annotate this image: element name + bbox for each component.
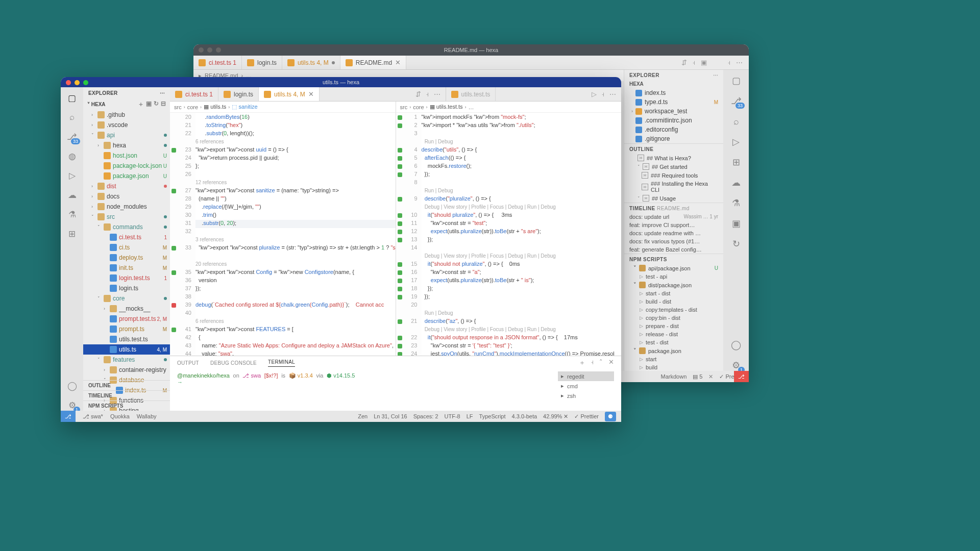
file-item[interactable]: utils.ts4, M	[83, 344, 170, 355]
compare-icon[interactable]: ⇵	[415, 90, 421, 98]
file-item[interactable]: ›workspace_test	[624, 107, 723, 116]
more-icon[interactable]: ⋯	[434, 90, 440, 98]
timeline-item[interactable]: docs: update readme with …	[624, 229, 723, 237]
compare-icon[interactable]: ⇵	[681, 59, 687, 66]
bell-icon[interactable]: ⚈	[605, 412, 616, 421]
split-icon[interactable]: ⫞	[426, 90, 429, 98]
npm-section[interactable]: NPM SCRIPTS	[83, 400, 170, 411]
file-item[interactable]: utils.test.ts	[83, 334, 170, 344]
terminal-body[interactable]: @manekinekko/hexa on ⎇ swa [$x!?] is 📦 v…	[170, 369, 621, 388]
editor-tab[interactable]: login.ts	[242, 56, 282, 69]
file-item[interactable]: login.test.ts1	[83, 273, 170, 283]
chevron-up-icon[interactable]: ˄	[599, 358, 603, 367]
debug-icon[interactable]: ▷	[66, 170, 78, 181]
npm-script[interactable]: ▷test - api	[624, 272, 723, 281]
status-zen[interactable]: Zen	[358, 413, 368, 419]
folder-item[interactable]: ˅commands	[83, 222, 170, 232]
outline-item[interactable]: H### Installing the Hexa CLI	[624, 180, 723, 194]
npm-script[interactable]: ▷build	[624, 363, 723, 371]
folder-item[interactable]: ˅api	[83, 130, 170, 140]
npm-script[interactable]: ▷release - dist	[624, 330, 723, 338]
terminal-shell-item[interactable]: ▸cmd	[558, 381, 614, 391]
folder-item[interactable]: ›dist	[83, 181, 170, 191]
terminal-tab-debug[interactable]: DEBUG CONSOLE	[210, 360, 257, 366]
npm-script[interactable]: ▷prepare - dist	[624, 322, 723, 330]
editor-tab[interactable]: README.md✕	[340, 56, 406, 69]
file-item[interactable]: prompt.tsM	[83, 324, 170, 334]
editor-tab[interactable]: utils.ts 4, M	[282, 56, 340, 69]
file-item[interactable]: index.ts	[624, 88, 723, 97]
breadcrumb-right[interactable]: src› core› ▦ utils.test.ts› …	[396, 102, 622, 113]
ext-icon[interactable]: ⊞	[66, 228, 78, 239]
search-icon[interactable]: ⌕	[66, 112, 78, 123]
timeline-item[interactable]: feat: generate Bazel config…	[624, 245, 723, 254]
terminal-tab-output[interactable]: OUTPUT	[177, 360, 199, 366]
editor-tab[interactable]: ci.test.ts 1	[170, 87, 218, 101]
layout-icon[interactable]: ⫞	[727, 59, 731, 66]
search-icon[interactable]: ⌕	[730, 116, 742, 127]
test-icon[interactable]: ⚗	[730, 197, 742, 209]
folder-item[interactable]: ›hexa	[83, 140, 170, 151]
file-item[interactable]: package-lock.jsonU	[83, 161, 170, 171]
npm-package[interactable]: ˅package.json	[624, 346, 723, 355]
outline-section[interactable]: OUTLINE	[83, 380, 170, 390]
remote-icon[interactable]: ☁	[730, 177, 742, 188]
file-item[interactable]: ci.test.ts1	[83, 232, 170, 242]
timeline-section[interactable]: TIMELINE	[83, 390, 170, 400]
scm-icon[interactable]: ⎇	[730, 95, 742, 107]
file-item[interactable]: login.ts	[83, 283, 170, 293]
folder-item[interactable]: ›node_modules	[83, 202, 170, 212]
files-icon[interactable]: ▢	[730, 75, 742, 86]
more-icon[interactable]: ⋯	[736, 59, 743, 66]
outline-item[interactable]: ˅H## Get started	[624, 162, 723, 171]
timeline-item[interactable]: feat: improve CI support…	[624, 221, 723, 229]
status-coverage[interactable]: 42.99%	[543, 413, 562, 419]
refresh-icon[interactable]: ↻	[154, 100, 159, 109]
npm-script[interactable]: ▷copy:bin - dist	[624, 314, 723, 322]
status-lang-back[interactable]: Markdown	[661, 373, 687, 380]
status-branch[interactable]: swa*	[91, 413, 103, 419]
folder-item[interactable]: ˅features	[83, 355, 170, 365]
plus-icon[interactable]: ＋	[579, 358, 585, 367]
split-icon[interactable]: ⫞	[601, 90, 605, 98]
folder-item[interactable]: ›docs	[83, 191, 170, 202]
account-icon[interactable]: ◯	[66, 380, 78, 391]
editor-tab[interactable]: ci.test.ts 1	[193, 56, 242, 69]
status-wallaby[interactable]: Wallaby	[137, 413, 157, 419]
account-icon[interactable]: ◯	[730, 339, 742, 350]
editor-tab[interactable]: login.ts	[218, 87, 259, 101]
debug-icon[interactable]: ▷	[730, 136, 742, 147]
folder-item[interactable]: ˅src	[83, 212, 170, 222]
docker-icon[interactable]: ▣	[730, 218, 742, 229]
status-lang[interactable]: TypeScript	[479, 413, 506, 419]
gear-icon[interactable]: ⚙	[66, 399, 78, 411]
status-spaces[interactable]: Spaces: 2	[413, 413, 438, 419]
close-icon[interactable]: ✕	[708, 373, 713, 380]
editor-tab[interactable]: utils.ts 4, M✕	[259, 87, 320, 101]
file-item[interactable]: type.d.tsM	[624, 97, 723, 107]
npm-package[interactable]: ˅dist/package.json	[624, 281, 723, 289]
terminal-shell-list[interactable]: ▸regedit▸cmd▸zsh	[558, 371, 614, 400]
status-prettier[interactable]: Prettier	[581, 413, 599, 419]
share-icon[interactable]: ↻	[730, 238, 742, 249]
status-encoding[interactable]: UTF-8	[445, 413, 460, 419]
file-item[interactable]: .gitignore	[624, 134, 723, 143]
npm-package[interactable]: ˅api/package.jsonU	[624, 264, 723, 272]
folder-item[interactable]: ›container-registry	[83, 365, 170, 375]
file-item[interactable]: .editorconfig	[624, 125, 723, 134]
file-item[interactable]: ci.tsM	[83, 242, 170, 253]
file-item[interactable]: deploy.tsM	[83, 253, 170, 263]
timeline-item[interactable]: docs: update urlWassim … 1 yr	[624, 213, 723, 221]
new-folder-icon[interactable]: ▣	[146, 100, 152, 109]
ext-icon[interactable]: ⊞	[730, 157, 742, 168]
file-item[interactable]: .commitlintrc.json	[624, 116, 723, 125]
new-file-icon[interactable]: ＋	[138, 100, 144, 109]
breadcrumb-left[interactable]: src› core› ▦ utils.ts› ⬚ sanitize	[170, 102, 396, 113]
traffic-lights-back[interactable]	[199, 47, 221, 53]
folder-item[interactable]: ›__mocks__	[83, 304, 170, 314]
test-icon[interactable]: ⚗	[66, 209, 78, 220]
terminal-shell-item[interactable]: ▸regedit	[558, 371, 614, 381]
more-icon[interactable]: ⋯	[160, 90, 165, 96]
npm-script[interactable]: ▷start - dist	[624, 289, 723, 297]
outline-item[interactable]: ˅H## Usage	[624, 194, 723, 203]
